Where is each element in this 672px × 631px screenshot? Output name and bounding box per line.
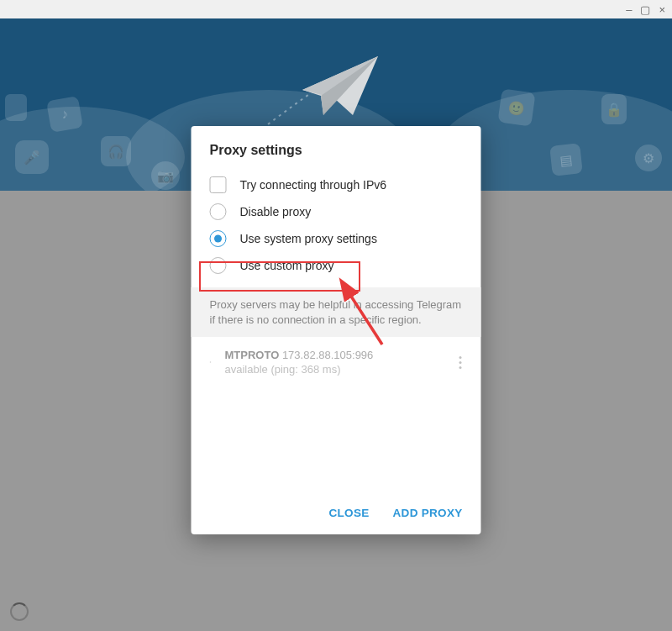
add-proxy-button[interactable]: ADD PROXY (393, 507, 463, 519)
close-button[interactable]: CLOSE (329, 507, 370, 519)
proxy-protocol: MTPROTO (225, 349, 280, 361)
radio-icon (210, 203, 227, 220)
proxy-server-item[interactable]: MTPROTO 173.82.88.105:996 available (pin… (192, 337, 481, 387)
option-custom-proxy[interactable]: Use custom proxy (192, 252, 481, 279)
option-ipv6[interactable]: Try connecting through IPv6 (192, 171, 481, 198)
minimize-button[interactable]: – (626, 3, 632, 16)
close-window-button[interactable]: × (659, 3, 665, 16)
document-icon: ▤ (549, 143, 583, 176)
window-titlebar: – ▢ × (0, 0, 672, 18)
radio-selected-icon (210, 230, 227, 247)
option-label: Try connecting through IPv6 (240, 178, 387, 192)
headphones-icon: 🎧 (101, 136, 131, 166)
proxy-settings-dialog: Proxy settings Try connecting through IP… (192, 126, 481, 534)
loading-spinner-icon (10, 602, 29, 621)
microphone-icon: 🎤 (15, 140, 49, 174)
info-text: Proxy servers may be helpful in accessin… (192, 287, 481, 337)
option-label: Use custom proxy (240, 259, 334, 272)
proxy-status: available (ping: 368 ms) (225, 363, 439, 376)
radio-icon (210, 361, 212, 363)
option-label: Use system proxy settings (240, 232, 377, 245)
music-note-icon: ♪ (46, 96, 83, 133)
photo-icon: 🙂 (497, 88, 535, 126)
proxy-address: 173.82.88.105:996 (282, 349, 373, 361)
maximize-button[interactable]: ▢ (640, 3, 650, 16)
lock-icon: 🔒 (601, 94, 627, 124)
dialog-title: Proxy settings (192, 126, 481, 170)
dialog-footer: CLOSE ADD PROXY (192, 497, 481, 534)
proxy-item-text: MTPROTO 173.82.88.105:996 available (pin… (225, 349, 439, 376)
checkbox-icon (210, 176, 227, 193)
option-system-proxy[interactable]: Use system proxy settings (192, 225, 481, 252)
radio-icon (210, 257, 227, 274)
option-label: Disable proxy (240, 205, 312, 218)
camera-icon: 📷 (151, 161, 180, 190)
option-disable-proxy[interactable]: Disable proxy (192, 198, 481, 225)
proxy-options-list: Try connecting through IPv6 Disable prox… (192, 170, 481, 287)
gear-icon: ⚙ (635, 145, 662, 171)
more-options-icon[interactable] (453, 356, 468, 369)
person-icon (5, 94, 27, 121)
